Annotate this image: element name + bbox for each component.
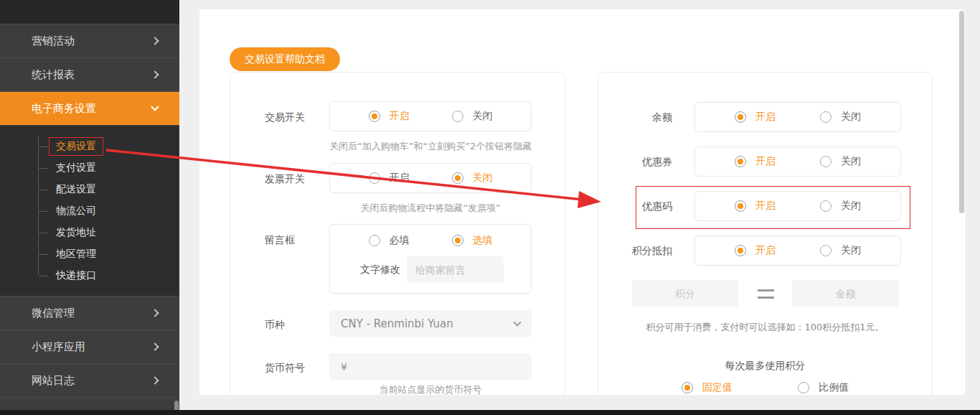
ecommerce-submenu: 交易设置 支付设置 配送设置 物流公司 发货地址 地区管理 快递接口 [0, 125, 179, 296]
sidebar-item-miniprogram[interactable]: 小程序应用 [0, 330, 179, 363]
radio-off-icon [369, 172, 380, 184]
chevron-right-icon [151, 342, 159, 350]
radio-on-icon [369, 111, 380, 122]
message-required-option[interactable]: 必填 [369, 234, 410, 247]
settings-panel: 交易设置帮助文档 交易开关 开启 关闭 关闭后“加入购物车”和“立刻购买”2个按… [199, 9, 965, 395]
currency-label: 币种 [265, 319, 285, 332]
coupon-off-option[interactable]: 关闭 [820, 155, 861, 168]
coupon-label: 优惠券 [598, 156, 672, 169]
currency-symbol-label: 货币符号 [265, 362, 305, 375]
text-edit-label: 文字修改 [360, 264, 400, 276]
promo-code-label: 优惠码 [598, 200, 672, 213]
bottom-edge-bar [0, 410, 980, 415]
panel-scrollbar-thumb[interactable] [959, 11, 964, 213]
radio-on-icon [735, 156, 746, 167]
sidebar-item-label: 网站日志 [32, 374, 75, 388]
chevron-right-icon [151, 309, 159, 317]
balance-on-option[interactable]: 开启 [735, 111, 776, 123]
invoice-switch-note: 关闭后购物流程中将隐藏“发票项” [329, 202, 532, 215]
invoice-switch-group: 开启 关闭 [329, 163, 532, 193]
message-text-input[interactable] [407, 256, 504, 283]
max-points-group: 固定值 比例值 [598, 381, 932, 394]
currency-select[interactable]: CNY - Renminbi Yuan [329, 310, 532, 337]
trade-settings-card: 交易开关 开启 关闭 关闭后“加入购物车”和“立刻购买”2个按钮将隐藏 发票开关… [230, 72, 565, 395]
promo-code-on-option[interactable]: 开启 [735, 200, 776, 213]
sidebar-item-marketing[interactable]: 营销活动 [0, 24, 179, 57]
trade-switch-label: 交易开关 [265, 111, 305, 124]
submenu-item-region-management[interactable]: 地区管理 [0, 243, 179, 265]
sidebar-header [0, 0, 179, 24]
points-deduction-group: 开启 关闭 [694, 236, 901, 266]
points-rate-note: 积分可用于消费，支付时可以选择如：100积分抵扣1元。 [598, 321, 932, 334]
submenu-item-delivery-settings[interactable]: 配送设置 [0, 179, 179, 200]
radio-off-icon [820, 156, 831, 167]
ratio-value-option[interactable]: 比例值 [798, 381, 849, 394]
invoice-switch-off-option[interactable]: 关闭 [452, 172, 493, 185]
radio-off-icon [452, 111, 463, 122]
message-box-group: 必填 选填 文字修改 [329, 224, 532, 294]
points-deduction-off-option[interactable]: 关闭 [820, 244, 861, 257]
points-deduction-on-option[interactable]: 开启 [735, 244, 776, 257]
message-box-label: 留言框 [265, 234, 295, 247]
radio-on-icon [735, 200, 746, 212]
chevron-down-icon [513, 318, 521, 326]
currency-select-value: CNY - Renminbi Yuan [341, 317, 453, 330]
radio-off-icon [820, 245, 831, 256]
invoice-switch-label: 发票开关 [265, 173, 305, 186]
radio-off-icon [798, 382, 809, 393]
sidebar-item-label: 统计报表 [32, 68, 75, 82]
submenu-item-logistics-company[interactable]: 物流公司 [0, 200, 179, 222]
sidebar: 营销活动 统计报表 电子商务设置 交易设置 支付设置 配送设置 物流公司 发货地… [0, 0, 179, 415]
radio-on-icon [735, 245, 746, 256]
radio-on-icon [452, 172, 463, 184]
radio-off-icon [369, 235, 380, 246]
trade-switch-note: 关闭后“加入购物车”和“立刻购买”2个按钮将隐藏 [329, 140, 532, 153]
promo-code-off-option[interactable]: 关闭 [820, 200, 861, 213]
currency-symbol-note: 当前站点显示的货币符号 [329, 383, 532, 395]
radio-off-icon [820, 111, 831, 123]
sidebar-item-label: 小程序应用 [32, 340, 85, 354]
chevron-right-icon [151, 37, 159, 45]
coupon-group: 开启 关闭 [694, 146, 901, 177]
trade-switch-off-option[interactable]: 关闭 [452, 110, 493, 123]
radio-on-icon [735, 111, 746, 123]
chevron-right-icon [151, 376, 159, 384]
equals-icon [758, 289, 774, 299]
balance-group: 开启 关闭 [694, 102, 901, 132]
sidebar-item-label: 电子商务设置 [32, 102, 96, 116]
promo-code-group: 开启 关闭 [694, 191, 901, 221]
sidebar-item-ecommerce-settings[interactable]: 电子商务设置 [0, 91, 179, 125]
help-doc-button[interactable]: 交易设置帮助文档 [230, 47, 340, 71]
message-optional-option[interactable]: 选填 [452, 234, 493, 247]
points-deduction-label: 积分抵扣 [598, 245, 672, 258]
max-points-heading: 每次最多使用积分 [598, 360, 932, 373]
trade-switch-group: 开启 关闭 [329, 101, 532, 131]
radio-on-icon [682, 382, 693, 393]
coupon-on-option[interactable]: 开启 [735, 155, 776, 168]
sidebar-item-reports[interactable]: 统计报表 [0, 57, 179, 91]
chevron-right-icon [151, 70, 159, 78]
submenu-item-payment-settings[interactable]: 支付设置 [0, 157, 179, 179]
fixed-value-option[interactable]: 固定值 [682, 381, 732, 394]
points-input[interactable] [632, 280, 738, 307]
amount-input[interactable] [792, 280, 899, 307]
trade-switch-on-option[interactable]: 开启 [369, 110, 410, 123]
sidebar-item-label: 营销活动 [32, 34, 75, 48]
sidebar-item-site-logs[interactable]: 网站日志 [0, 363, 179, 397]
promo-settings-card: 余额 开启 关闭 优惠券 开启 关闭 优惠码 [598, 72, 933, 395]
radio-off-icon [820, 200, 831, 212]
submenu-item-shipping-address[interactable]: 发货地址 [0, 222, 179, 243]
balance-off-option[interactable]: 关闭 [820, 111, 861, 123]
sidebar-item-label: 微信管理 [32, 307, 75, 320]
currency-symbol-input[interactable] [329, 353, 532, 380]
annotation-red-box: 交易设置 [49, 137, 103, 156]
balance-label: 余额 [598, 111, 672, 124]
submenu-item-express-api[interactable]: 快递接口 [0, 265, 179, 286]
invoice-switch-on-option[interactable]: 开启 [369, 172, 410, 185]
chevron-down-icon [151, 103, 159, 111]
sidebar-item-wechat[interactable]: 微信管理 [0, 296, 179, 330]
radio-on-icon [452, 235, 463, 246]
submenu-item-trade-settings[interactable]: 交易设置 [0, 136, 179, 157]
